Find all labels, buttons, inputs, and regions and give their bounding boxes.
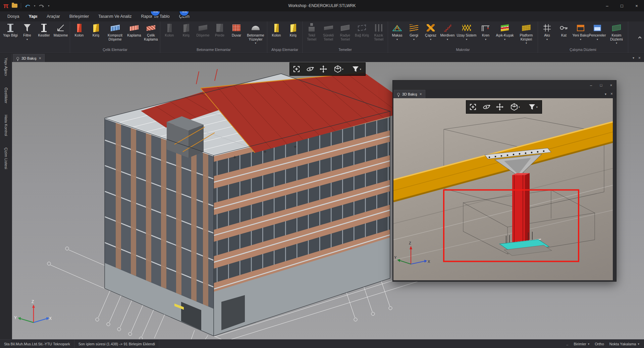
ribbon-button-merdiven[interactable]: Merdiven ▾ xyxy=(439,21,456,47)
fit-view-button[interactable] xyxy=(466,101,480,113)
pile-foundation-icon xyxy=(375,24,382,32)
menu-yapi[interactable]: Yapı xyxy=(24,11,42,21)
pin-icon[interactable] xyxy=(397,93,400,96)
floating-maximize-button[interactable]: □ xyxy=(596,80,606,90)
menu-dosya[interactable]: Dosya xyxy=(3,11,24,21)
dropdown-caret-icon: ▾ xyxy=(413,38,415,41)
ribbon-button-yeni-bakis[interactable]: Yeni Bakış ▾ xyxy=(572,21,589,47)
dropdown-caret-icon: ▾ xyxy=(342,68,343,71)
strip-close-icon[interactable]: × xyxy=(638,56,641,60)
filter-icon xyxy=(528,103,536,111)
floating-tab-3d-bakis[interactable]: 3D Bakış × xyxy=(394,90,425,98)
menu-birlesimler[interactable]: Birleşimler xyxy=(65,11,94,21)
maximize-button[interactable]: □ xyxy=(614,0,629,11)
ribbon-button-kesim-duzlemi[interactable]: Kesim Düzlemi ▾ xyxy=(606,21,627,47)
ribbon-button-makas[interactable]: Makas ▾ xyxy=(389,21,406,47)
tab-3d-bakis[interactable]: 3D Bakış × xyxy=(13,54,45,62)
dropdown-caret-icon: ▾ xyxy=(597,38,598,41)
ribbon-button-kren[interactable]: Kren ▾ xyxy=(477,21,494,47)
ribbon-button-ahsap-kiris[interactable]: Kiriş xyxy=(285,21,302,47)
concrete-surface-dome-icon xyxy=(252,26,260,30)
ribbon-button-uzay-sistem[interactable]: Uzay Sistem ▾ xyxy=(456,21,477,47)
tab-list-caret-icon[interactable]: ▾ xyxy=(633,56,634,60)
orbit-button[interactable] xyxy=(480,101,493,113)
ribbon-button-malzeme[interactable]: Malzeme xyxy=(52,21,69,48)
close-button[interactable]: × xyxy=(629,0,644,11)
ribbon-button-celik-kiris[interactable]: Kiriş xyxy=(88,21,104,47)
pan-button[interactable] xyxy=(493,101,506,113)
ribbon-button-asik-kusak[interactable]: Aşık-Kuşak ▾ xyxy=(494,21,516,47)
ribbon-collapse-button[interactable] xyxy=(635,21,644,53)
ribbon-group-celik-elemanlar: Kolon Kiriş Kompozit Döşeme Kaplama Çeli… xyxy=(70,21,160,53)
tab-close-icon[interactable]: × xyxy=(39,56,41,60)
strip-footing-icon xyxy=(324,25,333,30)
building-info-icon xyxy=(7,24,13,32)
pan-button[interactable] xyxy=(317,63,330,75)
ribbon-button-bag-kiris: Bağ Kiriş xyxy=(354,21,370,47)
menu-tasarim-ve-analiz[interactable]: Tasarım Ve Analiz xyxy=(94,11,136,21)
ribbon-button-kesitler[interactable]: Kesitler xyxy=(36,21,52,48)
pan-icon xyxy=(320,65,327,73)
ribbon-button-platform-kirisleri[interactable]: Platform Kirişleri ▾ xyxy=(516,21,537,47)
ribbon-button-betonarme-yuzeyler[interactable]: Betonarme Yüzeyler ▾ xyxy=(245,21,266,47)
tab-list-caret-icon[interactable]: ▾ xyxy=(605,92,606,96)
view-cube-button[interactable]: ▾ xyxy=(506,101,524,113)
dropdown-caret-icon: ▾ xyxy=(580,38,581,41)
floating-close-button[interactable]: × xyxy=(606,80,616,90)
units-toggle[interactable]: Birimler ▾ xyxy=(574,342,589,346)
window-title: Workshop -ENDEROKUL8F.STLWRK xyxy=(0,3,644,8)
dropdown-caret-icon: ▾ xyxy=(466,38,467,41)
ribbon-group-ahsap-elemanlar: Kolon Kiriş Ahşap Elemanlar xyxy=(267,21,303,53)
ribbon-button-capraz[interactable]: Çapraz ▾ xyxy=(422,21,439,47)
ribbon-button-celik-kolon[interactable]: Kolon xyxy=(71,21,88,47)
sidebar-item-cizim-listesi[interactable]: Çizim Listesi xyxy=(4,146,8,171)
steel-cladding-icon xyxy=(147,25,155,31)
pan-icon xyxy=(496,103,503,111)
ribbon-button-kat[interactable]: Kat xyxy=(555,21,572,47)
ribbon-button-duvar[interactable]: Duvar xyxy=(228,21,245,47)
dropdown-caret-icon: ▾ xyxy=(638,342,639,346)
view-filter-button[interactable]: ▾ xyxy=(347,63,365,75)
dropdown-caret-icon: ▾ xyxy=(447,38,448,41)
view-filter-button[interactable]: ▾ xyxy=(524,101,542,113)
sidebar-item-yapi-agaci[interactable]: Yapı Ağacı xyxy=(4,56,8,77)
dropdown-caret-icon: ▾ xyxy=(255,42,256,45)
tab-close-icon[interactable]: × xyxy=(420,92,422,96)
ribbon-button-celik-kaplama[interactable]: Çelik Kaplama xyxy=(143,21,159,47)
ribbon-button-yapi-bilgi[interactable]: Yapı Bilgi xyxy=(2,21,19,48)
ribbon-group-caption: Çelik Elemanlar xyxy=(71,47,159,53)
menu-rapor-ve-tablo[interactable]: Rapor Ve Tablo Test xyxy=(136,11,174,21)
menu-araclar[interactable]: Araçlar xyxy=(42,11,65,21)
point-snap-toggle[interactable]: Nokta Yakalama ▾ xyxy=(609,342,639,346)
ribbon-button-ahsap-kolon[interactable]: Kolon xyxy=(268,21,285,47)
floating-3d-viewport[interactable]: Z X Y ▾ ▾ xyxy=(393,98,613,280)
dropdown-caret-icon: ▾ xyxy=(360,68,361,71)
status-bar: Sta Bil.Muh.Mus.Ltd.Sti.-YTU Teknopark S… xyxy=(0,339,644,348)
ribbon-button-aks[interactable]: Aks ▾ xyxy=(539,21,555,47)
orbit-button[interactable] xyxy=(303,63,317,75)
minimize-button[interactable]: – xyxy=(600,0,614,11)
floating-minimize-button[interactable]: – xyxy=(586,80,596,90)
ribbon-button-gergi[interactable]: Gergi ▾ xyxy=(406,21,422,47)
ribbon-button-pencereler[interactable]: Pencereler ▾ xyxy=(589,21,606,47)
view-cube-icon xyxy=(334,65,341,73)
menu-cizim[interactable]: Çizim Test xyxy=(174,11,194,21)
steel-column-icon xyxy=(77,24,82,32)
sidebar-item-ozellikler[interactable]: Özellikler xyxy=(4,86,8,105)
strip-close-icon[interactable]: × xyxy=(610,92,613,96)
pin-icon[interactable] xyxy=(16,57,19,60)
concrete-slab-icon xyxy=(199,25,207,31)
status-dots[interactable]: .. xyxy=(566,342,568,346)
sidebar-item-hata-kontrol[interactable]: Hata Kontrol xyxy=(4,113,8,137)
axis-y-label: Y xyxy=(394,255,397,259)
ortho-toggle[interactable]: Ortho xyxy=(595,342,604,346)
fit-view-button[interactable] xyxy=(290,63,303,75)
ribbon-button-kaplama[interactable]: Kaplama xyxy=(126,21,143,47)
truss-icon xyxy=(392,24,402,32)
floating-3d-window[interactable]: – □ × 3D Bakış × ▾ × xyxy=(392,80,616,282)
dropdown-caret-icon: ▾ xyxy=(26,38,28,41)
ribbon-button-kompozit-doseme[interactable]: Kompozit Döşeme xyxy=(104,21,126,47)
orbit-icon xyxy=(306,65,314,73)
ribbon-button-filtre[interactable]: Filtre ▾ xyxy=(19,21,36,48)
view-cube-button[interactable]: ▾ xyxy=(330,63,347,75)
